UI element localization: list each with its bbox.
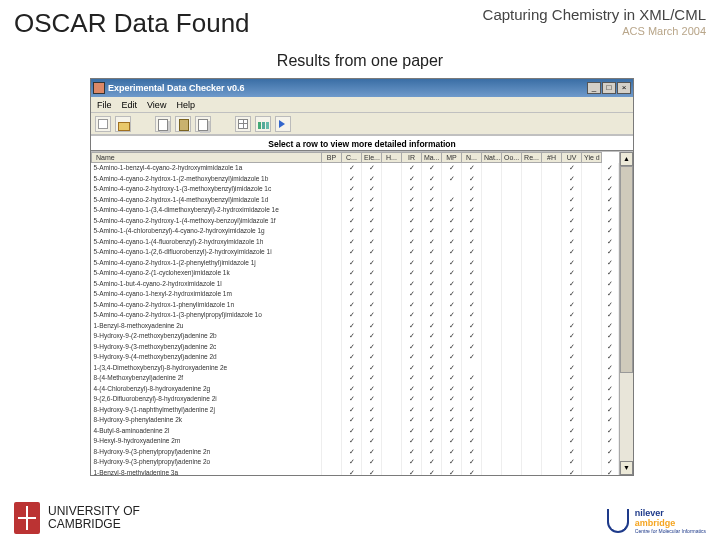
table-row[interactable]: 5-Amino-4-cyano-1-(3,4-dimethoxybenzyl)-… [92,205,619,216]
tick-cell [502,268,522,279]
tick-cell: ✓ [362,205,382,216]
table-row[interactable]: 9-(2,6-Difluorobenzyl)-8-hydroxyadenine … [92,394,619,405]
tick-cell: ✓ [442,447,462,458]
column-header[interactable]: BP [322,153,342,163]
column-header[interactable]: H... [382,153,402,163]
table-row[interactable]: 1-(3,4-Dimethoxybenzyl)-8-hydroxyadenine… [92,363,619,374]
table-row[interactable]: 1-Benzyl-8-methoxyadenine 2u✓✓✓✓✓✓✓✓ [92,321,619,332]
table-row[interactable]: 4-Butyl-8-aminoadenine 2l✓✓✓✓✓✓✓✓ [92,426,619,437]
table-row[interactable]: 9-Hydroxy-9-(4-methoxybenzyl)adenine 2d✓… [92,352,619,363]
table-row[interactable]: 5-Amino-4-cyano-2-hydrox-1-(2-phenylethy… [92,258,619,269]
run-icon[interactable] [275,116,291,132]
tick-cell: ✓ [442,279,462,290]
chart-icon[interactable] [255,116,271,132]
tick-cell [522,321,542,332]
minimize-button[interactable]: _ [587,82,601,94]
tick-cell [502,457,522,468]
column-header[interactable]: Re... [522,153,542,163]
tick-cell: ✓ [462,216,482,227]
tick-cell: ✓ [562,426,582,437]
table-row[interactable]: 5-Amino-4-cyano-1-(4-fluorobenzyl)-2-hyd… [92,237,619,248]
tick-cell: ✓ [362,394,382,405]
table-row[interactable]: 5-Amino-4-cyano-2-hydrox-1-phenylimidazo… [92,300,619,311]
table-row[interactable]: 5-Amino-4-cyano-2-hydroxy-1-(3-methoxybe… [92,184,619,195]
table-row[interactable]: 8-Hydroxy-9-phenyladenine 2k✓✓✓✓✓✓✓✓ [92,415,619,426]
table-row[interactable]: 5-Amino-4-cyano-2-hydroxy-1-(4-methoxy-b… [92,216,619,227]
open-icon[interactable] [115,116,131,132]
column-header[interactable]: Ele... [362,153,382,163]
menu-file[interactable]: File [97,100,112,110]
table-row[interactable]: 8-(4-Methoxybenzyl)adenine 2f✓✓✓✓✓✓✓✓ [92,373,619,384]
column-header[interactable]: Oo... [502,153,522,163]
tick-cell [522,289,542,300]
column-header[interactable]: #H [542,153,562,163]
tick-cell [502,289,522,300]
tick-cell [542,321,562,332]
vertical-scrollbar[interactable]: ▲ ▼ [619,152,633,475]
tick-cell [522,457,542,468]
scroll-down-button[interactable]: ▼ [620,461,633,475]
tick-cell: ✓ [602,195,619,206]
tick-cell [542,342,562,353]
column-header[interactable]: MP [442,153,462,163]
scroll-track[interactable] [620,166,633,461]
table-row[interactable]: 5-Amino-1-but-4-cyano-2-hydroximidazole … [92,279,619,290]
cut-icon[interactable] [195,116,211,132]
tick-cell: ✓ [462,331,482,342]
table-row[interactable]: 8-Hydroxy-9-(1-naphthylmethyl)adenine 2j… [92,405,619,416]
table-row[interactable]: 9-Hydroxy-9-(2-methoxybenzyl)adenine 2b✓… [92,331,619,342]
tick-cell: ✓ [422,436,442,447]
table-row[interactable]: 5-Amino-4-cyano-2-hydrox-1-(2-methoxyben… [92,174,619,185]
table-row[interactable]: 8-Hydroxy-9-(3-phenylpropyl)adenine 2o✓✓… [92,457,619,468]
tick-cell [502,384,522,395]
tick-cell: ✓ [602,405,619,416]
tick-cell: ✓ [422,268,442,279]
tick-cell [502,163,522,174]
tick-cell: ✓ [602,226,619,237]
menu-edit[interactable]: Edit [122,100,138,110]
table-icon[interactable] [235,116,251,132]
table-row[interactable]: 5-Amino-4-cyano-2-(1-cyclohexen)imidazol… [92,268,619,279]
tick-cell: ✓ [462,321,482,332]
tick-cell: ✓ [362,342,382,353]
table-row[interactable]: 5-Amino-4-cyano-1-(2,6-difluorobenzyl)-2… [92,247,619,258]
table-row[interactable]: 4-(4-Chlorobenzyl)-8-hydroxyadenine 2g✓✓… [92,384,619,395]
tick-cell: ✓ [362,321,382,332]
tick-cell [522,237,542,248]
tick-cell [382,321,402,332]
table-row[interactable]: 5-Amino-1-benzyl-4-cyano-2-hydroxymimida… [92,163,619,174]
tick-cell [542,226,562,237]
new-icon[interactable] [95,116,111,132]
column-header[interactable]: Name [92,153,322,163]
tick-cell [382,258,402,269]
table-row[interactable]: 9-Hydroxy-9-(3-methoxybenzyl)adenine 2c✓… [92,342,619,353]
table-row[interactable]: 5-Amino-4-cyano-2-hydrox-1-(4-methoxyben… [92,195,619,206]
window-title: Experimental Data Checker v0.6 [108,83,587,93]
table-row[interactable]: 9-Hexyl-9-hydroxyadenine 2m✓✓✓✓✓✓✓✓ [92,436,619,447]
table-row[interactable]: 5-Amino-4-cyano-1-hexyl-2-hydroximidazol… [92,289,619,300]
column-header[interactable]: Nat... [482,153,502,163]
menu-help[interactable]: Help [176,100,195,110]
column-header[interactable]: Ma... [422,153,442,163]
maximize-button[interactable]: □ [602,82,616,94]
column-header[interactable]: IR [402,153,422,163]
tick-cell: ✓ [602,457,619,468]
column-header[interactable]: C... [342,153,362,163]
table-row[interactable]: 1-Benzyl-8-methyladenine 3a✓✓✓✓✓✓✓✓ [92,468,619,476]
tick-cell: ✓ [402,195,422,206]
compound-name-cell: 5-Amino-4-cyano-1-(2,6-difluorobenzyl)-2… [92,247,322,258]
scroll-thumb[interactable] [620,166,633,373]
paste-icon[interactable] [175,116,191,132]
scroll-up-button[interactable]: ▲ [620,152,633,166]
column-header[interactable]: N... [462,153,482,163]
tick-cell: ✓ [342,205,362,216]
copy-icon[interactable] [155,116,171,132]
column-header[interactable]: UV [562,153,582,163]
menu-view[interactable]: View [147,100,166,110]
column-header[interactable]: Yie d [582,153,602,163]
results-table[interactable]: NameBPC...Ele...H...IRMa...MPN...Nat...O… [91,152,619,475]
table-row[interactable]: 5-Amino-4-cyano-2-hydrox-1-(3-phenylprop… [92,310,619,321]
table-row[interactable]: 8-Hydroxy-9-(3-phenylpropyl)adenine 2n✓✓… [92,447,619,458]
close-button[interactable]: × [617,82,631,94]
table-row[interactable]: 5-Amino-1-(4-chlorobenzyl)-4-cyano-2-hyd… [92,226,619,237]
